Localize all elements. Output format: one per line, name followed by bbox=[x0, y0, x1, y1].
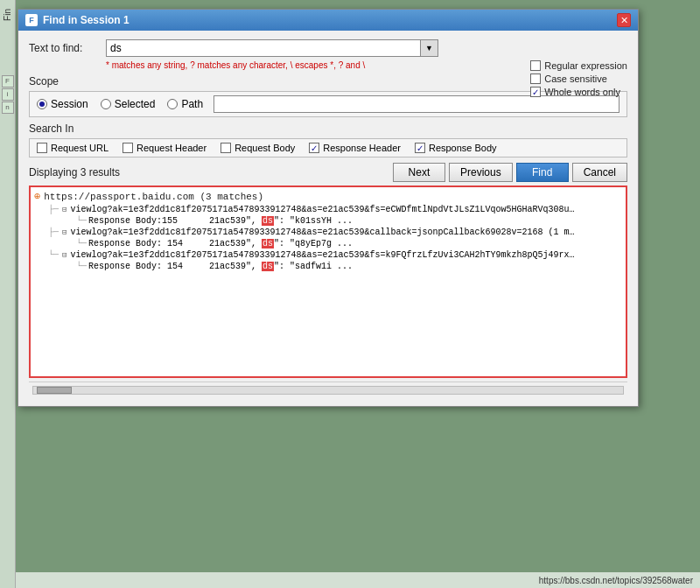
whole-words-only-row: Whole words only bbox=[530, 87, 627, 97]
find-input-wrapper: ▼ bbox=[106, 39, 438, 57]
request-url-label: Request URL bbox=[51, 143, 108, 153]
response-header-checkbox[interactable] bbox=[309, 143, 319, 153]
dialog-title-text: Find in Session 1 bbox=[43, 14, 130, 26]
search-in-row: Request URL Request Header Request Body … bbox=[29, 138, 627, 158]
tree-connector-1: ├─ bbox=[48, 205, 59, 214]
scope-selected-label: Selected bbox=[115, 98, 156, 110]
find-row: Text to find: ▼ bbox=[29, 39, 627, 57]
request-body-label: Request Body bbox=[234, 143, 295, 153]
result-sub-2: └─ Response Body: 154 21ac539", ds": "q8… bbox=[34, 238, 622, 249]
scope-radio-group: Session Selected Path bbox=[37, 98, 203, 110]
result-url-3: viewlog?ak=1e3f2dd1c81f2075171a547893391… bbox=[70, 250, 578, 260]
sidebar-label: Fin bbox=[3, 9, 12, 21]
status-bar: https://bbs.csdn.net/topics/392568water bbox=[16, 572, 700, 588]
request-header-label: Request Header bbox=[136, 143, 206, 153]
result-url-1: viewlog?ak=1e3f2dd1c81f2075171a547893391… bbox=[70, 205, 578, 214]
result-response-3: Response Body: 154 21ac539", ds": "sadfw… bbox=[88, 262, 353, 271]
sidebar-item: F bbox=[2, 75, 14, 88]
regular-expression-label: Regular expression bbox=[544, 60, 627, 71]
dialog-title-left: F Find in Session 1 bbox=[25, 14, 130, 26]
scope-path-item[interactable]: Path bbox=[167, 98, 203, 110]
action-buttons: Next Previous Find Cancel bbox=[393, 163, 627, 182]
expand-icon-2[interactable]: ⊟ bbox=[62, 228, 66, 237]
response-body-checkbox[interactable] bbox=[415, 143, 425, 153]
scrollbar-thumb[interactable] bbox=[37, 387, 72, 394]
scope-session-item[interactable]: Session bbox=[37, 98, 88, 110]
result-sub-1: └─ Response Body:155 21ac539", ds": "k01… bbox=[34, 215, 622, 227]
regular-expression-row: Regular expression bbox=[530, 60, 627, 71]
options-panel: Regular expression Case sensitive Whole … bbox=[530, 60, 627, 97]
displaying-row: Displaying 3 results Next Previous Find … bbox=[29, 163, 627, 182]
expand-icon-1[interactable]: ⊟ bbox=[62, 205, 66, 214]
close-button[interactable]: ✕ bbox=[617, 13, 631, 27]
scope-selected-radio[interactable] bbox=[101, 99, 111, 109]
dialog-body: Regular expression Case sensitive Whole … bbox=[18, 31, 638, 406]
find-label: Text to find: bbox=[29, 42, 99, 54]
sidebar-item: n bbox=[2, 102, 14, 114]
find-text-input[interactable] bbox=[107, 40, 420, 56]
sidebar-item: i bbox=[2, 88, 14, 101]
dialog-icon-text: F bbox=[29, 16, 34, 24]
case-sensitive-row: Case sensitive bbox=[530, 74, 627, 84]
scrollbar-track[interactable] bbox=[32, 386, 624, 395]
find-dropdown-button[interactable]: ▼ bbox=[420, 40, 438, 56]
result-response-1: Response Body:155 21ac539", ds": "k01ssY… bbox=[88, 216, 353, 226]
result-item-1[interactable]: ├─ ⊟ viewlog?ak=1e3f2dd1c81f2075171a5478… bbox=[34, 204, 622, 215]
results-area[interactable]: ⊕ https://passport.baidu.com (3 matches)… bbox=[29, 186, 627, 378]
scope-session-label: Session bbox=[51, 98, 88, 110]
cancel-button[interactable]: Cancel bbox=[572, 163, 627, 182]
result-url-2: viewlog?ak=1e3f2dd1c81f2075171a547893391… bbox=[70, 228, 578, 237]
request-header-checkbox[interactable] bbox=[122, 143, 133, 153]
tree-connector-sub-1: └─ bbox=[76, 216, 87, 226]
request-url-checkbox[interactable] bbox=[37, 143, 47, 153]
whole-words-only-checkbox[interactable] bbox=[530, 87, 541, 97]
dialog-titlebar: F Find in Session 1 ✕ bbox=[18, 10, 638, 31]
displaying-text: Displaying 3 results bbox=[29, 166, 120, 178]
site-url: https://passport.baidu.com (3 matches) bbox=[44, 192, 263, 202]
previous-button[interactable]: Previous bbox=[449, 163, 513, 182]
result-item-2[interactable]: ├─ ⊟ viewlog?ak=1e3f2dd1c81f2075171a5478… bbox=[34, 227, 622, 238]
expand-icon-3[interactable]: ⊟ bbox=[62, 250, 66, 260]
whole-words-only-label: Whole words only bbox=[544, 87, 620, 97]
case-sensitive-label: Case sensitive bbox=[544, 74, 607, 84]
dialog-icon: F bbox=[25, 14, 38, 26]
response-body-item: Response Body bbox=[415, 143, 497, 153]
find-button[interactable]: Find bbox=[516, 163, 569, 182]
site-icon: ⊕ bbox=[34, 190, 40, 203]
response-body-label: Response Body bbox=[429, 143, 497, 153]
tree-connector-2: ├─ bbox=[48, 228, 59, 237]
request-header-item: Request Header bbox=[122, 143, 206, 153]
scope-session-radio[interactable] bbox=[37, 99, 47, 109]
case-sensitive-checkbox[interactable] bbox=[530, 74, 541, 84]
request-body-checkbox[interactable] bbox=[220, 143, 231, 153]
find-dialog: F Find in Session 1 ✕ Regular expression… bbox=[18, 9, 639, 407]
tree-connector-3: └─ bbox=[48, 250, 59, 260]
response-header-label: Response Header bbox=[323, 143, 401, 153]
search-in-label: Search In bbox=[29, 122, 627, 135]
tree-connector-sub-3: └─ bbox=[76, 262, 87, 271]
status-text: https://bbs.csdn.net/topics/392568water bbox=[539, 576, 693, 585]
next-button[interactable]: Next bbox=[393, 163, 445, 182]
tree-connector-sub-2: └─ bbox=[76, 239, 87, 248]
result-response-2: Response Body: 154 21ac539", ds": "q8yEp… bbox=[88, 239, 353, 248]
scope-path-input[interactable] bbox=[214, 95, 620, 113]
scope-selected-item[interactable]: Selected bbox=[101, 98, 156, 110]
scope-path-radio[interactable] bbox=[167, 99, 178, 109]
result-item-3[interactable]: └─ ⊟ viewlog?ak=1e3f2dd1c81f2075171a5478… bbox=[34, 249, 622, 261]
result-site-header: ⊕ https://passport.baidu.com (3 matches) bbox=[34, 189, 622, 204]
scope-path-label: Path bbox=[181, 98, 203, 110]
response-header-item: Response Header bbox=[309, 143, 401, 153]
horizontal-scrollbar[interactable] bbox=[29, 382, 627, 397]
result-sub-3: └─ Response Body: 154 21ac539", ds": "sa… bbox=[34, 261, 622, 272]
request-url-item: Request URL bbox=[37, 143, 108, 153]
request-body-item: Request Body bbox=[220, 143, 295, 153]
regular-expression-checkbox[interactable] bbox=[530, 60, 541, 71]
sidebar-panel: Fin F i n bbox=[0, 0, 16, 588]
